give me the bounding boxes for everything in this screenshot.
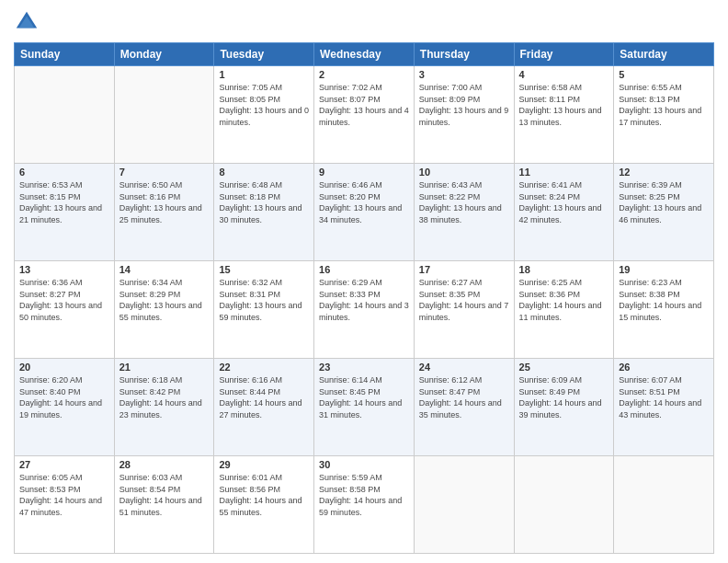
day-info: Sunrise: 6:29 AM Sunset: 8:33 PM Dayligh… — [319, 277, 409, 323]
weekday-header-saturday: Saturday — [614, 43, 714, 66]
day-info: Sunrise: 7:02 AM Sunset: 8:07 PM Dayligh… — [319, 82, 409, 128]
day-number: 26 — [619, 362, 709, 373]
day-info: Sunrise: 6:34 AM Sunset: 8:29 PM Dayligh… — [119, 277, 210, 323]
calendar-cell: 14Sunrise: 6:34 AM Sunset: 8:29 PM Dayli… — [114, 261, 214, 359]
calendar-cell: 19Sunrise: 6:23 AM Sunset: 8:38 PM Dayli… — [614, 261, 714, 359]
calendar-cell: 22Sunrise: 6:16 AM Sunset: 8:44 PM Dayli… — [214, 359, 314, 456]
calendar-cell: 16Sunrise: 6:29 AM Sunset: 8:33 PM Dayli… — [314, 261, 415, 359]
weekday-header-thursday: Thursday — [414, 43, 514, 66]
day-number: 21 — [119, 362, 210, 373]
calendar-cell: 30Sunrise: 5:59 AM Sunset: 8:58 PM Dayli… — [314, 456, 415, 554]
day-info: Sunrise: 6:18 AM Sunset: 8:42 PM Dayligh… — [119, 374, 210, 420]
day-info: Sunrise: 7:00 AM Sunset: 8:09 PM Dayligh… — [419, 82, 509, 128]
calendar-cell: 15Sunrise: 6:32 AM Sunset: 8:31 PM Dayli… — [214, 261, 314, 359]
day-info: Sunrise: 6:03 AM Sunset: 8:54 PM Dayligh… — [119, 472, 210, 518]
weekday-header-row: SundayMondayTuesdayWednesdayThursdayFrid… — [15, 43, 714, 66]
day-info: Sunrise: 6:23 AM Sunset: 8:38 PM Dayligh… — [619, 277, 709, 323]
day-info: Sunrise: 6:05 AM Sunset: 8:53 PM Dayligh… — [19, 472, 109, 518]
day-info: Sunrise: 6:55 AM Sunset: 8:13 PM Dayligh… — [619, 82, 709, 128]
day-number: 18 — [519, 264, 609, 275]
day-info: Sunrise: 6:50 AM Sunset: 8:16 PM Dayligh… — [119, 179, 210, 225]
day-number: 7 — [119, 167, 210, 178]
day-number: 20 — [19, 362, 109, 373]
calendar-cell: 5Sunrise: 6:55 AM Sunset: 8:13 PM Daylig… — [614, 66, 714, 164]
day-info: Sunrise: 5:59 AM Sunset: 8:58 PM Dayligh… — [319, 472, 409, 518]
day-info: Sunrise: 6:20 AM Sunset: 8:40 PM Dayligh… — [19, 374, 109, 420]
day-number: 13 — [19, 264, 109, 275]
day-number: 14 — [119, 264, 210, 275]
day-number: 4 — [519, 69, 609, 80]
day-info: Sunrise: 6:12 AM Sunset: 8:47 PM Dayligh… — [419, 374, 509, 420]
day-info: Sunrise: 6:01 AM Sunset: 8:56 PM Dayligh… — [219, 472, 309, 518]
day-number: 17 — [419, 264, 509, 275]
day-info: Sunrise: 6:27 AM Sunset: 8:35 PM Dayligh… — [419, 277, 509, 323]
calendar-cell: 18Sunrise: 6:25 AM Sunset: 8:36 PM Dayli… — [514, 261, 614, 359]
calendar-table: SundayMondayTuesdayWednesdayThursdayFrid… — [14, 42, 714, 554]
day-number: 27 — [19, 459, 109, 470]
day-number: 19 — [619, 264, 709, 275]
logo — [14, 9, 43, 35]
day-info: Sunrise: 6:25 AM Sunset: 8:36 PM Dayligh… — [519, 277, 609, 323]
day-info: Sunrise: 6:09 AM Sunset: 8:49 PM Dayligh… — [519, 374, 609, 420]
day-info: Sunrise: 6:41 AM Sunset: 8:24 PM Dayligh… — [519, 179, 609, 225]
calendar-week-row: 27Sunrise: 6:05 AM Sunset: 8:53 PM Dayli… — [15, 456, 714, 554]
calendar-cell: 7Sunrise: 6:50 AM Sunset: 8:16 PM Daylig… — [114, 164, 214, 261]
calendar-cell: 23Sunrise: 6:14 AM Sunset: 8:45 PM Dayli… — [314, 359, 415, 456]
calendar-week-row: 6Sunrise: 6:53 AM Sunset: 8:15 PM Daylig… — [15, 164, 714, 261]
calendar-cell: 26Sunrise: 6:07 AM Sunset: 8:51 PM Dayli… — [614, 359, 714, 456]
day-info: Sunrise: 6:39 AM Sunset: 8:25 PM Dayligh… — [619, 179, 709, 225]
day-info: Sunrise: 6:48 AM Sunset: 8:18 PM Dayligh… — [219, 179, 309, 225]
day-number: 29 — [219, 459, 309, 470]
calendar-cell: 28Sunrise: 6:03 AM Sunset: 8:54 PM Dayli… — [114, 456, 214, 554]
calendar-cell: 20Sunrise: 6:20 AM Sunset: 8:40 PM Dayli… — [15, 359, 115, 456]
day-number: 15 — [219, 264, 309, 275]
calendar-cell: 11Sunrise: 6:41 AM Sunset: 8:24 PM Dayli… — [514, 164, 614, 261]
calendar-cell: 4Sunrise: 6:58 AM Sunset: 8:11 PM Daylig… — [514, 66, 614, 164]
calendar-week-row: 13Sunrise: 6:36 AM Sunset: 8:27 PM Dayli… — [15, 261, 714, 359]
weekday-header-friday: Friday — [514, 43, 614, 66]
day-info: Sunrise: 7:05 AM Sunset: 8:05 PM Dayligh… — [219, 82, 309, 128]
day-info: Sunrise: 6:36 AM Sunset: 8:27 PM Dayligh… — [19, 277, 109, 323]
day-info: Sunrise: 6:07 AM Sunset: 8:51 PM Dayligh… — [619, 374, 709, 420]
calendar-cell: 27Sunrise: 6:05 AM Sunset: 8:53 PM Dayli… — [15, 456, 115, 554]
weekday-header-sunday: Sunday — [15, 43, 115, 66]
calendar-cell — [114, 66, 214, 164]
day-number: 23 — [319, 362, 409, 373]
day-number: 30 — [319, 459, 409, 470]
day-info: Sunrise: 6:16 AM Sunset: 8:44 PM Dayligh… — [219, 374, 309, 420]
calendar-cell: 9Sunrise: 6:46 AM Sunset: 8:20 PM Daylig… — [314, 164, 415, 261]
day-number: 25 — [519, 362, 609, 373]
day-info: Sunrise: 6:46 AM Sunset: 8:20 PM Dayligh… — [319, 179, 409, 225]
weekday-header-wednesday: Wednesday — [314, 43, 415, 66]
day-number: 8 — [219, 167, 309, 178]
day-number: 6 — [19, 167, 109, 178]
day-info: Sunrise: 6:14 AM Sunset: 8:45 PM Dayligh… — [319, 374, 409, 420]
calendar-cell: 24Sunrise: 6:12 AM Sunset: 8:47 PM Dayli… — [414, 359, 514, 456]
calendar-cell: 21Sunrise: 6:18 AM Sunset: 8:42 PM Dayli… — [114, 359, 214, 456]
calendar-cell: 8Sunrise: 6:48 AM Sunset: 8:18 PM Daylig… — [214, 164, 314, 261]
logo-icon — [14, 9, 40, 35]
day-number: 3 — [419, 69, 509, 80]
calendar-cell: 10Sunrise: 6:43 AM Sunset: 8:22 PM Dayli… — [414, 164, 514, 261]
calendar-cell — [15, 66, 115, 164]
day-number: 5 — [619, 69, 709, 80]
calendar-cell: 1Sunrise: 7:05 AM Sunset: 8:05 PM Daylig… — [214, 66, 314, 164]
calendar-cell: 3Sunrise: 7:00 AM Sunset: 8:09 PM Daylig… — [414, 66, 514, 164]
weekday-header-monday: Monday — [114, 43, 214, 66]
header — [14, 9, 714, 35]
day-number: 9 — [319, 167, 409, 178]
page: SundayMondayTuesdayWednesdayThursdayFrid… — [0, 0, 728, 563]
day-number: 24 — [419, 362, 509, 373]
weekday-header-tuesday: Tuesday — [214, 43, 314, 66]
day-number: 10 — [419, 167, 509, 178]
calendar-cell — [614, 456, 714, 554]
day-number: 22 — [219, 362, 309, 373]
day-info: Sunrise: 6:53 AM Sunset: 8:15 PM Dayligh… — [19, 179, 109, 225]
day-number: 11 — [519, 167, 609, 178]
day-number: 16 — [319, 264, 409, 275]
calendar-cell — [514, 456, 614, 554]
calendar-cell: 25Sunrise: 6:09 AM Sunset: 8:49 PM Dayli… — [514, 359, 614, 456]
calendar-cell: 12Sunrise: 6:39 AM Sunset: 8:25 PM Dayli… — [614, 164, 714, 261]
calendar-cell — [414, 456, 514, 554]
calendar-cell: 6Sunrise: 6:53 AM Sunset: 8:15 PM Daylig… — [15, 164, 115, 261]
